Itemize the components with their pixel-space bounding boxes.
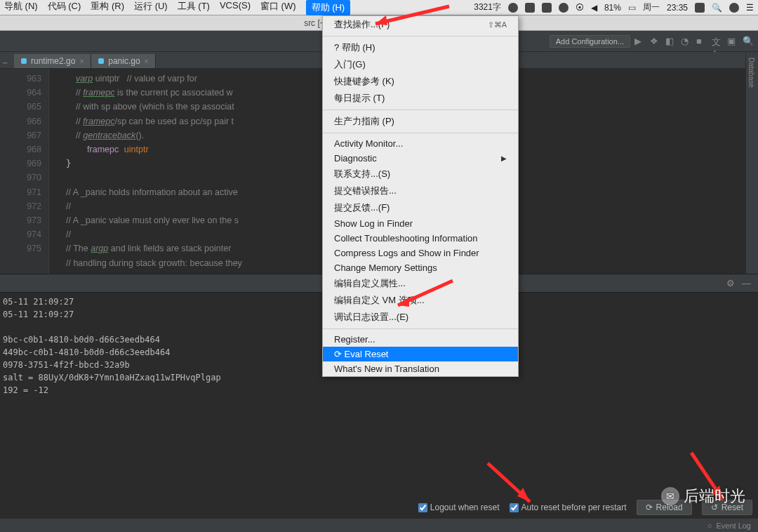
settings-icon[interactable]: ⚙	[726, 278, 735, 288]
menu-item[interactable]: Show Log in Finder	[323, 216, 518, 231]
sogou-icon	[695, 3, 705, 13]
close-icon[interactable]: ×	[79, 58, 84, 65]
project-collapse-icon[interactable]: ⎯	[3, 55, 8, 63]
status-icon	[559, 3, 568, 13]
debug-icon[interactable]: ❖	[650, 36, 661, 47]
go-file-icon	[98, 58, 104, 64]
char-count: 3321字	[474, 1, 501, 13]
clock: 23:35	[667, 3, 688, 13]
status-bar: ○ Event Log	[0, 518, 758, 532]
stop-icon[interactable]: ■	[696, 36, 707, 47]
status-icon	[508, 3, 518, 13]
spotlight-icon: 🔍	[712, 3, 722, 13]
run-icon[interactable]: ▶	[634, 36, 646, 47]
database-tool-tab[interactable]: Database	[746, 52, 757, 93]
menu-item[interactable]: 编辑自定义 VM 选项...	[323, 292, 518, 309]
status-icon	[525, 3, 535, 13]
menu-item[interactable]: Diagnostic▶	[323, 151, 518, 166]
menu-item[interactable]: Register...	[323, 332, 518, 347]
profile-icon[interactable]: ◔	[681, 36, 692, 47]
menu-item[interactable]: What's New in Translation	[323, 361, 518, 376]
mac-menu-item[interactable]: 运行 (U)	[134, 0, 168, 15]
menu-item[interactable]: 快捷键参考 (K)	[323, 73, 518, 90]
menu-item[interactable]: ? 帮助 (H)	[323, 39, 518, 56]
translate-icon[interactable]: 文A	[712, 36, 723, 47]
editor-tab[interactable]: panic.go×	[91, 54, 156, 68]
coverage-icon[interactable]: ◧	[665, 36, 677, 47]
auto-reset-checkbox[interactable]: Auto reset before per restart	[510, 503, 627, 512]
menu-item[interactable]: 每日提示 (T)	[323, 90, 518, 107]
menu-item[interactable]: Activity Monitor...	[323, 136, 518, 151]
ime-icon	[542, 3, 552, 13]
add-configuration-button[interactable]: Add Configuration...	[550, 35, 630, 48]
menu-item[interactable]: 查找操作...(F)⇧⌘A	[323, 16, 518, 33]
right-sidebar: Database	[745, 52, 758, 274]
mac-menu-item[interactable]: 导航 (N)	[4, 0, 38, 15]
mac-menu-item[interactable]: 重构 (R)	[91, 0, 124, 15]
menu-item[interactable]: Change Memory Settings	[323, 260, 518, 275]
mac-menu-item[interactable]: 帮助 (H)	[306, 0, 351, 15]
line-gutter: 963964965966967968969970971972973974975	[0, 69, 49, 274]
battery-percent: 81%	[604, 3, 621, 13]
menu-item[interactable]: 联系支持...(S)	[323, 166, 518, 182]
help-menu-dropdown: 查找操作...(F)⇧⌘A? 帮助 (H)入门(G)快捷键参考 (K)每日提示 …	[322, 15, 519, 377]
menu-item[interactable]: Compress Logs and Show in Finder	[323, 246, 518, 260]
menu-item[interactable]: Collect Troubleshooting Information	[323, 231, 518, 246]
watermark: ✉ 后端时光	[661, 486, 745, 507]
volume-icon: ◀	[591, 3, 597, 13]
event-log-label[interactable]: Event Log	[716, 521, 751, 530]
search-icon[interactable]: 🔍	[743, 36, 754, 47]
logout-when-reset-checkbox[interactable]: Logout when reset	[418, 503, 500, 512]
menu-item[interactable]: 入门(G)	[323, 56, 518, 73]
battery-icon: ▭	[628, 3, 636, 13]
mac-menu-item[interactable]: 工具 (T)	[178, 0, 210, 15]
mac-menu-item[interactable]: 代码 (C)	[48, 0, 81, 15]
siri-icon	[729, 3, 739, 13]
weekday: 周一	[643, 1, 660, 13]
mac-status-right: 3321字 ⦿ ◀ 81% ▭ 周一 23:35 🔍 ☰	[474, 1, 754, 13]
editor-tab[interactable]: runtime2.go×	[14, 54, 91, 68]
layout-icon[interactable]: ▣	[727, 36, 738, 47]
mac-menubar: 导航 (N)代码 (C)重构 (R)运行 (U)工具 (T)VCS(S)窗口 (…	[0, 0, 758, 15]
menu-item[interactable]: ⟳ Eval Reset	[323, 347, 518, 361]
menu-item[interactable]: 提交错误报告...	[323, 182, 518, 199]
notification-icon: ☰	[746, 3, 754, 13]
menu-item[interactable]: 生产力指南 (P)	[323, 113, 518, 130]
wechat-icon: ✉	[661, 487, 679, 505]
menu-item[interactable]: 提交反馈...(F)	[323, 199, 518, 216]
menu-item[interactable]: 调试日志设置...(E)	[323, 309, 518, 326]
minimize-icon[interactable]: —	[742, 278, 751, 288]
mac-menu-item[interactable]: 窗口 (W)	[260, 0, 296, 15]
wifi-icon: ⦿	[576, 3, 584, 13]
event-log-icon[interactable]: ○	[707, 521, 712, 530]
menu-item[interactable]: 编辑自定义属性...	[323, 275, 518, 292]
go-file-icon	[21, 58, 27, 64]
close-icon[interactable]: ×	[145, 58, 149, 65]
mac-menu-item[interactable]: VCS(S)	[220, 0, 251, 15]
